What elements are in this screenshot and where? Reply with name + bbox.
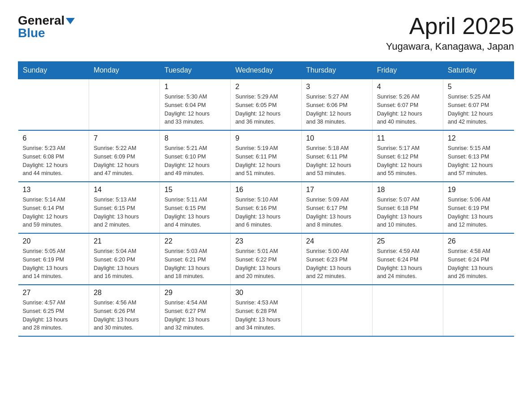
calendar-day-cell: 18Sunrise: 5:07 AM Sunset: 6:18 PM Dayli… [372, 182, 443, 233]
day-number: 5 [448, 83, 510, 91]
day-number: 17 [306, 186, 368, 194]
day-number: 3 [306, 83, 368, 91]
title-block: April 2025 Yugawara, Kanagawa, Japan [386, 13, 514, 52]
day-number: 9 [235, 134, 296, 142]
calendar-day-cell: 12Sunrise: 5:15 AM Sunset: 6:13 PM Dayli… [443, 130, 514, 182]
day-info: Sunrise: 5:04 AM Sunset: 6:20 PM Dayligh… [94, 247, 155, 281]
calendar-header-cell: Wednesday [231, 62, 301, 79]
day-number: 14 [94, 186, 155, 194]
day-number: 27 [23, 289, 85, 297]
calendar-title: April 2025 [386, 13, 514, 39]
calendar-day-cell: 4Sunrise: 5:26 AM Sunset: 6:07 PM Daylig… [372, 79, 443, 131]
day-info: Sunrise: 5:11 AM Sunset: 6:15 PM Dayligh… [164, 196, 226, 229]
calendar-day-cell: 13Sunrise: 5:14 AM Sunset: 6:14 PM Dayli… [18, 182, 89, 233]
day-number: 23 [235, 237, 296, 245]
calendar-day-cell: 7Sunrise: 5:22 AM Sunset: 6:09 PM Daylig… [89, 130, 160, 182]
day-info: Sunrise: 5:09 AM Sunset: 6:17 PM Dayligh… [306, 196, 368, 229]
day-info: Sunrise: 5:05 AM Sunset: 6:19 PM Dayligh… [23, 247, 85, 281]
day-info: Sunrise: 5:25 AM Sunset: 6:07 PM Dayligh… [448, 93, 510, 126]
calendar-day-cell: 17Sunrise: 5:09 AM Sunset: 6:17 PM Dayli… [301, 182, 372, 233]
calendar-day-cell: 15Sunrise: 5:11 AM Sunset: 6:15 PM Dayli… [160, 182, 231, 233]
calendar-header: SundayMondayTuesdayWednesdayThursdayFrid… [18, 62, 514, 79]
day-info: Sunrise: 5:27 AM Sunset: 6:06 PM Dayligh… [306, 93, 368, 126]
logo-blue: Blue [18, 26, 45, 40]
calendar-week-row: 20Sunrise: 5:05 AM Sunset: 6:19 PM Dayli… [18, 233, 514, 285]
day-number: 29 [164, 289, 226, 297]
day-info: Sunrise: 5:29 AM Sunset: 6:05 PM Dayligh… [235, 93, 296, 126]
calendar-day-cell: 2Sunrise: 5:29 AM Sunset: 6:05 PM Daylig… [231, 79, 301, 131]
logo-triangle-icon [66, 16, 75, 25]
day-info: Sunrise: 5:23 AM Sunset: 6:08 PM Dayligh… [23, 144, 85, 178]
day-info: Sunrise: 4:58 AM Sunset: 6:24 PM Dayligh… [448, 247, 510, 281]
day-info: Sunrise: 5:19 AM Sunset: 6:11 PM Dayligh… [235, 144, 296, 178]
calendar-body: 1Sunrise: 5:30 AM Sunset: 6:04 PM Daylig… [18, 79, 514, 337]
calendar-week-row: 13Sunrise: 5:14 AM Sunset: 6:14 PM Dayli… [18, 182, 514, 233]
day-number: 22 [164, 237, 226, 245]
calendar-day-cell: 23Sunrise: 5:01 AM Sunset: 6:22 PM Dayli… [231, 233, 301, 285]
svg-marker-0 [66, 18, 75, 24]
calendar-day-cell [301, 285, 372, 336]
calendar-header-cell: Sunday [18, 62, 89, 79]
calendar-week-row: 6Sunrise: 5:23 AM Sunset: 6:08 PM Daylig… [18, 130, 514, 182]
calendar-day-cell: 16Sunrise: 5:10 AM Sunset: 6:16 PM Dayli… [231, 182, 301, 233]
day-number: 16 [235, 186, 296, 194]
calendar-day-cell: 24Sunrise: 5:00 AM Sunset: 6:23 PM Dayli… [301, 233, 372, 285]
day-number: 4 [377, 83, 438, 91]
calendar-day-cell: 5Sunrise: 5:25 AM Sunset: 6:07 PM Daylig… [443, 79, 514, 131]
calendar-day-cell: 21Sunrise: 5:04 AM Sunset: 6:20 PM Dayli… [89, 233, 160, 285]
day-number: 2 [235, 83, 296, 91]
calendar-day-cell: 11Sunrise: 5:17 AM Sunset: 6:12 PM Dayli… [372, 130, 443, 182]
day-number: 13 [23, 186, 85, 194]
calendar-day-cell: 25Sunrise: 4:59 AM Sunset: 6:24 PM Dayli… [372, 233, 443, 285]
day-info: Sunrise: 4:57 AM Sunset: 6:25 PM Dayligh… [23, 299, 85, 332]
day-info: Sunrise: 4:56 AM Sunset: 6:26 PM Dayligh… [94, 299, 155, 332]
day-info: Sunrise: 5:18 AM Sunset: 6:11 PM Dayligh… [306, 144, 368, 178]
calendar-header-cell: Monday [89, 62, 160, 79]
day-number: 30 [235, 289, 296, 297]
day-number: 8 [164, 134, 226, 142]
calendar-week-row: 1Sunrise: 5:30 AM Sunset: 6:04 PM Daylig… [18, 79, 514, 131]
calendar-day-cell: 22Sunrise: 5:03 AM Sunset: 6:21 PM Dayli… [160, 233, 231, 285]
day-number: 24 [306, 237, 368, 245]
day-info: Sunrise: 4:53 AM Sunset: 6:28 PM Dayligh… [235, 299, 296, 332]
calendar-day-cell: 3Sunrise: 5:27 AM Sunset: 6:06 PM Daylig… [301, 79, 372, 131]
day-number: 28 [94, 289, 155, 297]
day-info: Sunrise: 5:10 AM Sunset: 6:16 PM Dayligh… [235, 196, 296, 229]
day-info: Sunrise: 5:21 AM Sunset: 6:10 PM Dayligh… [164, 144, 226, 178]
page-header: General Blue April 2025 Yugawara, Kanaga… [18, 13, 514, 52]
day-number: 6 [23, 134, 85, 142]
day-number: 11 [377, 134, 438, 142]
calendar-header-cell: Thursday [301, 62, 372, 79]
calendar-day-cell: 14Sunrise: 5:13 AM Sunset: 6:15 PM Dayli… [89, 182, 160, 233]
day-info: Sunrise: 5:26 AM Sunset: 6:07 PM Dayligh… [377, 93, 438, 126]
calendar-day-cell: 6Sunrise: 5:23 AM Sunset: 6:08 PM Daylig… [18, 130, 89, 182]
day-number: 21 [94, 237, 155, 245]
calendar-day-cell: 9Sunrise: 5:19 AM Sunset: 6:11 PM Daylig… [231, 130, 301, 182]
calendar-day-cell: 26Sunrise: 4:58 AM Sunset: 6:24 PM Dayli… [443, 233, 514, 285]
calendar-day-cell [372, 285, 443, 336]
day-info: Sunrise: 5:17 AM Sunset: 6:12 PM Dayligh… [377, 144, 438, 178]
logo: General Blue [18, 13, 75, 40]
day-info: Sunrise: 5:30 AM Sunset: 6:04 PM Dayligh… [164, 93, 226, 126]
calendar-day-cell: 27Sunrise: 4:57 AM Sunset: 6:25 PM Dayli… [18, 285, 89, 336]
calendar-header-cell: Saturday [443, 62, 514, 79]
day-number: 20 [23, 237, 85, 245]
calendar-table: SundayMondayTuesdayWednesdayThursdayFrid… [18, 61, 514, 337]
day-info: Sunrise: 5:00 AM Sunset: 6:23 PM Dayligh… [306, 247, 368, 281]
day-number: 25 [377, 237, 438, 245]
day-number: 15 [164, 186, 226, 194]
calendar-header-cell: Tuesday [160, 62, 231, 79]
day-info: Sunrise: 5:22 AM Sunset: 6:09 PM Dayligh… [94, 144, 155, 178]
day-info: Sunrise: 4:59 AM Sunset: 6:24 PM Dayligh… [377, 247, 438, 281]
day-number: 19 [448, 186, 510, 194]
day-number: 26 [448, 237, 510, 245]
day-number: 10 [306, 134, 368, 142]
day-info: Sunrise: 5:03 AM Sunset: 6:21 PM Dayligh… [164, 247, 226, 281]
day-info: Sunrise: 5:01 AM Sunset: 6:22 PM Dayligh… [235, 247, 296, 281]
day-number: 12 [448, 134, 510, 142]
calendar-week-row: 27Sunrise: 4:57 AM Sunset: 6:25 PM Dayli… [18, 285, 514, 336]
day-info: Sunrise: 5:13 AM Sunset: 6:15 PM Dayligh… [94, 196, 155, 229]
calendar-day-cell: 10Sunrise: 5:18 AM Sunset: 6:11 PM Dayli… [301, 130, 372, 182]
calendar-day-cell [443, 285, 514, 336]
day-number: 1 [164, 83, 226, 91]
